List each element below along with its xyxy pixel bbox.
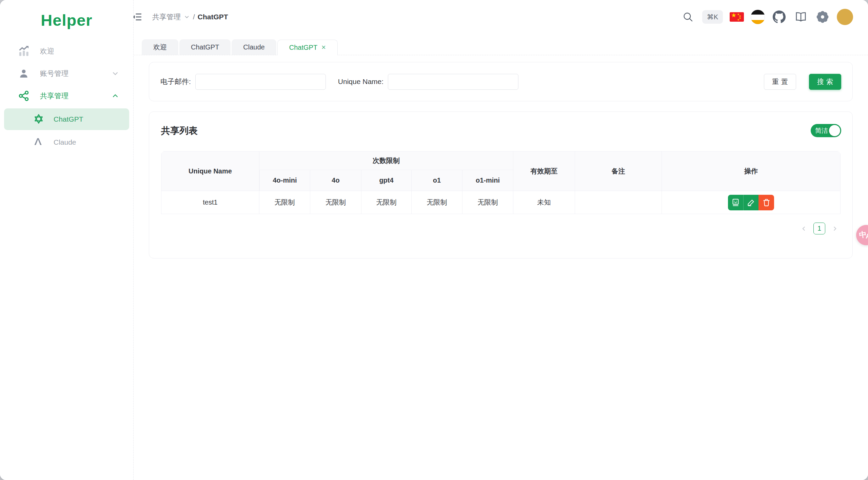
- col-header-actions: 操作: [662, 151, 841, 191]
- flag-star: ★: [731, 12, 736, 19]
- shortcut-badge[interactable]: ⌘K: [702, 10, 723, 24]
- tab-label: ChatGPT: [289, 44, 317, 51]
- sidebar-item-label: 账号管理: [40, 69, 111, 78]
- tab-label: ChatGPT: [191, 43, 219, 51]
- col-header-limits-group: 次数限制: [259, 151, 513, 170]
- breadcrumb-parent[interactable]: 共享管理: [152, 12, 181, 22]
- user-avatar[interactable]: [837, 9, 853, 25]
- sidebar-item-label: ChatGPT: [54, 115, 83, 123]
- col-header-o1-mini: o1-mini: [462, 170, 513, 191]
- edit-button[interactable]: [743, 195, 758, 210]
- delete-button[interactable]: [758, 195, 774, 210]
- share-list-card: 共享列表 简洁 Unique Name 次数限: [149, 111, 853, 258]
- user-icon: [18, 67, 31, 80]
- search-form-card: 电子邮件: Unique Name: 重置 搜索: [149, 62, 853, 101]
- col-header-o1: o1: [412, 170, 462, 191]
- chevron-down-icon: [183, 14, 190, 20]
- docs-book-icon[interactable]: [793, 9, 808, 24]
- chart-trending-icon: [18, 45, 31, 57]
- tab-chatgpt[interactable]: ChatGPT: [179, 39, 231, 55]
- share-icon: [18, 90, 31, 102]
- header-actions: ⌘K ★ ★ ★ ★ ★: [680, 9, 853, 25]
- unique-name-field[interactable]: [388, 74, 518, 90]
- sidebar-item-claude[interactable]: Claude: [4, 131, 129, 153]
- tab-welcome[interactable]: 欢迎: [142, 39, 178, 55]
- sidebar: Helper 欢迎: [0, 0, 134, 480]
- cell-unique-name: test1: [161, 191, 259, 214]
- email-label: 电子邮件:: [160, 77, 191, 86]
- openai-logo-icon: [33, 113, 45, 125]
- chevron-up-icon: [111, 91, 120, 100]
- cell-expiry: 未知: [513, 191, 575, 214]
- chevron-down-icon: [111, 69, 120, 78]
- card-title: 共享列表: [161, 125, 841, 137]
- sidebar-item-label: Claude: [54, 138, 76, 146]
- tab-label: 欢迎: [153, 43, 167, 52]
- table-row: test1 无限制 无限制 无限制 无限制 无限制 未知: [161, 191, 841, 214]
- anthropic-logo-icon: [33, 137, 45, 148]
- reset-button[interactable]: 重置: [764, 74, 796, 90]
- app-window: Helper 欢迎: [0, 0, 868, 480]
- cell-limit-o1: 无限制: [412, 191, 462, 214]
- top-bar: 共享管理 / ChatGPT ⌘K ★ ★ ★ ★: [134, 0, 868, 34]
- col-header-expiry: 有效期至: [513, 151, 575, 191]
- page-prev-button[interactable]: [798, 223, 810, 234]
- sidebar-item-label: 共享管理: [40, 91, 111, 101]
- github-icon[interactable]: [772, 9, 787, 24]
- search-button[interactable]: 搜索: [809, 74, 841, 90]
- page-content: 电子邮件: Unique Name: 重置 搜索 共享列表 简洁: [134, 55, 868, 258]
- email-field[interactable]: [195, 74, 326, 90]
- sidebar-item-share-management[interactable]: 共享管理: [4, 85, 129, 107]
- tab-label: Claude: [243, 43, 264, 51]
- menu-fold-icon: [132, 12, 142, 22]
- row-action-group: [728, 195, 774, 210]
- sidebar-menu: 欢迎 账号管理: [0, 40, 133, 153]
- col-header-gpt4: gpt4: [361, 170, 412, 191]
- tab-chatgpt-active[interactable]: ChatGPT ×: [277, 40, 338, 55]
- sidebar-item-label: 欢迎: [40, 46, 120, 56]
- language-flag-icon[interactable]: ★ ★ ★ ★ ★: [730, 12, 744, 22]
- cell-limit-o1-mini: 无限制: [462, 191, 513, 214]
- cell-actions: [662, 191, 841, 214]
- close-icon[interactable]: ×: [321, 44, 326, 51]
- share-table: Unique Name 次数限制 有效期至 备注 操作 4o-mini 4o g…: [161, 151, 841, 214]
- id-card-icon: [731, 198, 740, 207]
- toggle-knob: [829, 125, 840, 136]
- cell-note: [575, 191, 662, 214]
- page-next-button[interactable]: [829, 223, 841, 234]
- col-header-note: 备注: [575, 151, 662, 191]
- unique-name-label: Unique Name:: [338, 78, 383, 86]
- settings-gear-icon[interactable]: [815, 9, 830, 24]
- col-header-4o-mini: 4o-mini: [259, 170, 310, 191]
- breadcrumb-separator: /: [193, 13, 195, 21]
- unique-name-group: Unique Name:: [338, 74, 518, 90]
- sidebar-item-chatgpt[interactable]: ChatGPT: [4, 108, 129, 130]
- cell-limit-4o: 无限制: [310, 191, 361, 214]
- cell-limit-4o-mini: 无限制: [259, 191, 310, 214]
- trash-icon: [762, 198, 771, 207]
- col-header-unique-name: Unique Name: [161, 151, 259, 191]
- pagination: 1: [161, 223, 841, 234]
- translate-en-glyph: A: [866, 232, 868, 240]
- flag-star: ★: [737, 18, 739, 21]
- simple-mode-toggle[interactable]: 简洁: [811, 124, 841, 137]
- edit-pencil-icon: [747, 198, 756, 207]
- breadcrumb-current: ChatGPT: [198, 13, 228, 21]
- tab-claude[interactable]: Claude: [232, 39, 276, 55]
- breadcrumb: 共享管理 / ChatGPT: [152, 12, 228, 22]
- main-area: 共享管理 / ChatGPT ⌘K ★ ★ ★ ★: [134, 0, 868, 480]
- col-header-4o: 4o: [310, 170, 361, 191]
- usage-detail-button[interactable]: [728, 195, 743, 210]
- sidebar-item-welcome[interactable]: 欢迎: [4, 40, 129, 62]
- page-number-button[interactable]: 1: [813, 223, 825, 234]
- theme-flag-icon[interactable]: [751, 10, 765, 24]
- toggle-label: 简洁: [815, 126, 828, 135]
- tab-bar: 欢迎 ChatGPT Claude ChatGPT ×: [134, 34, 868, 55]
- app-logo: Helper: [0, 0, 133, 40]
- cell-limit-gpt4: 无限制: [361, 191, 412, 214]
- search-icon[interactable]: [680, 9, 695, 24]
- sidebar-item-accounts[interactable]: 账号管理: [4, 62, 129, 85]
